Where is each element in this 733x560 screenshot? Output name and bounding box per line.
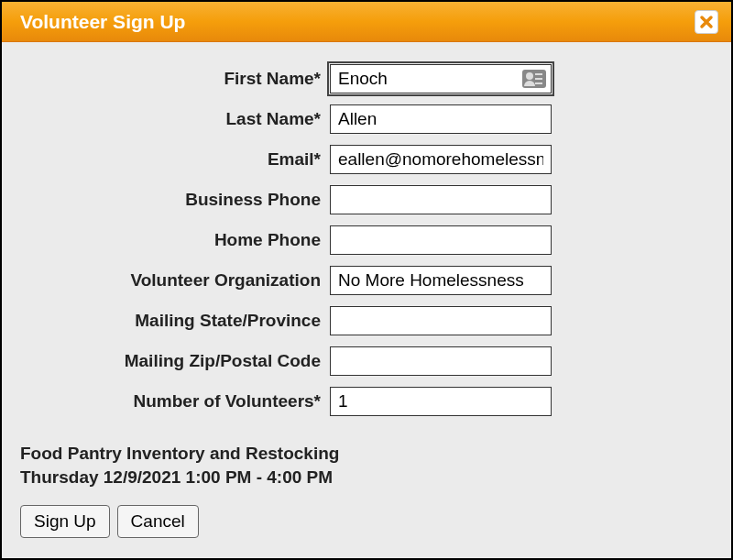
form-row-num-volunteers: Number of Volunteers* <box>20 387 713 416</box>
form-row-email: Email* <box>20 145 713 174</box>
volunteer-org-input[interactable] <box>330 266 552 295</box>
num-volunteers-input[interactable] <box>330 387 552 416</box>
home-phone-input[interactable] <box>330 225 552 255</box>
form-row-volunteer-org: Volunteer Organization <box>20 266 713 295</box>
close-icon <box>699 15 714 29</box>
last-name-label: Last Name* <box>20 109 330 129</box>
modal-title: Volunteer Sign Up <box>20 11 185 33</box>
form-row-home-phone: Home Phone <box>20 225 713 255</box>
mailing-state-input[interactable] <box>330 306 552 335</box>
volunteer-signup-modal: Volunteer Sign Up First Name* Last Name*… <box>0 0 733 560</box>
event-datetime: Thursday 12/9/2021 1:00 PM - 4:00 PM <box>20 466 713 489</box>
modal-body: First Name* Last Name* Email* Business P… <box>2 42 731 556</box>
form-row-last-name: Last Name* <box>20 104 713 134</box>
num-volunteers-label: Number of Volunteers* <box>20 391 330 412</box>
form-row-mailing-state: Mailing State/Province <box>20 306 713 335</box>
event-name: Food Pantry Inventory and Restocking <box>20 442 713 466</box>
first-name-input-wrapper <box>330 64 552 93</box>
first-name-label: First Name* <box>20 69 330 89</box>
button-row: Sign Up Cancel <box>20 505 713 538</box>
modal-header: Volunteer Sign Up <box>2 2 731 42</box>
mailing-zip-label: Mailing Zip/Postal Code <box>20 351 330 371</box>
business-phone-label: Business Phone <box>20 190 330 210</box>
contact-card-icon[interactable] <box>522 70 546 88</box>
close-button[interactable] <box>695 10 718 34</box>
home-phone-label: Home Phone <box>20 230 330 250</box>
business-phone-input[interactable] <box>330 185 552 214</box>
mailing-state-label: Mailing State/Province <box>20 311 330 331</box>
form-row-business-phone: Business Phone <box>20 185 713 214</box>
form-row-mailing-zip: Mailing Zip/Postal Code <box>20 346 713 376</box>
last-name-input[interactable] <box>330 104 552 134</box>
email-input[interactable] <box>330 145 552 174</box>
mailing-zip-input[interactable] <box>330 346 552 376</box>
first-name-input[interactable] <box>330 64 552 93</box>
event-info: Food Pantry Inventory and Restocking Thu… <box>20 442 713 489</box>
email-label: Email* <box>20 149 330 170</box>
signup-button[interactable]: Sign Up <box>20 505 110 538</box>
volunteer-org-label: Volunteer Organization <box>20 270 330 291</box>
form-row-first-name: First Name* <box>20 64 713 93</box>
cancel-button[interactable]: Cancel <box>117 505 199 538</box>
